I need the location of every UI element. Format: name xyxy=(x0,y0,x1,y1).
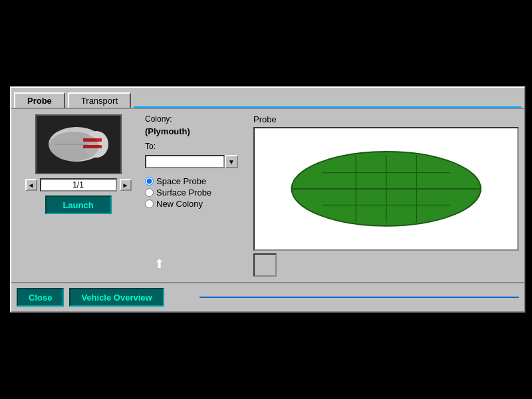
radio-space-probe-input[interactable] xyxy=(145,177,154,186)
destination-input[interactable] xyxy=(145,155,225,168)
tab-bar: Probe Transport xyxy=(11,88,524,109)
bottom-blue-line xyxy=(200,297,519,298)
tab-transport[interactable]: Transport xyxy=(68,92,131,108)
radio-new-colony[interactable]: New Colony xyxy=(145,199,248,209)
nav-prev-button[interactable]: ◄ xyxy=(25,179,37,191)
probe-diagram-svg xyxy=(268,134,505,243)
tab-probe[interactable]: Probe xyxy=(14,92,65,108)
svg-point-4 xyxy=(49,132,99,161)
radio-surface-probe-input[interactable] xyxy=(145,188,154,197)
probe-small-thumbnail xyxy=(253,253,277,277)
right-panel: Probe xyxy=(253,114,519,277)
dropdown-arrow-button[interactable]: ▼ xyxy=(225,155,238,168)
probe-type-radio-group: Space Probe Surface Probe New Colony xyxy=(145,176,248,209)
left-panel: ◄ 1/1 ► Launch xyxy=(17,114,140,277)
diagram-label: Probe xyxy=(253,114,519,124)
main-window: Probe Transport xyxy=(10,86,525,313)
middle-panel: Colony: (Plymouth) To: ▼ Space Probe Sur… xyxy=(145,114,248,277)
nav-counter: 1/1 xyxy=(40,178,117,192)
radio-new-colony-input[interactable] xyxy=(145,200,154,208)
vehicle-image xyxy=(35,114,122,174)
colony-name: (Plymouth) xyxy=(145,126,248,136)
bottom-bar: Close Vehicle Overview xyxy=(11,282,524,311)
colony-label: Colony: xyxy=(145,114,248,124)
vehicle-overview-button[interactable]: Vehicle Overview xyxy=(69,288,164,307)
probe-image-svg xyxy=(42,120,115,170)
probe-diagram xyxy=(253,127,519,251)
to-label: To: xyxy=(145,142,248,151)
nav-next-button[interactable]: ► xyxy=(120,179,132,191)
probe-bottom-row xyxy=(253,253,519,277)
destination-dropdown-row: ▼ xyxy=(145,155,248,168)
radio-surface-probe[interactable]: Surface Probe xyxy=(145,188,248,198)
radio-space-probe[interactable]: Space Probe xyxy=(145,176,248,186)
close-button[interactable]: Close xyxy=(17,288,64,307)
launch-button[interactable]: Launch xyxy=(45,196,112,214)
nav-row: ◄ 1/1 ► xyxy=(25,178,132,192)
tab-underline xyxy=(134,106,521,108)
content-area: ◄ 1/1 ► Launch Colony: (Plymouth) To: ▼ xyxy=(11,109,524,282)
